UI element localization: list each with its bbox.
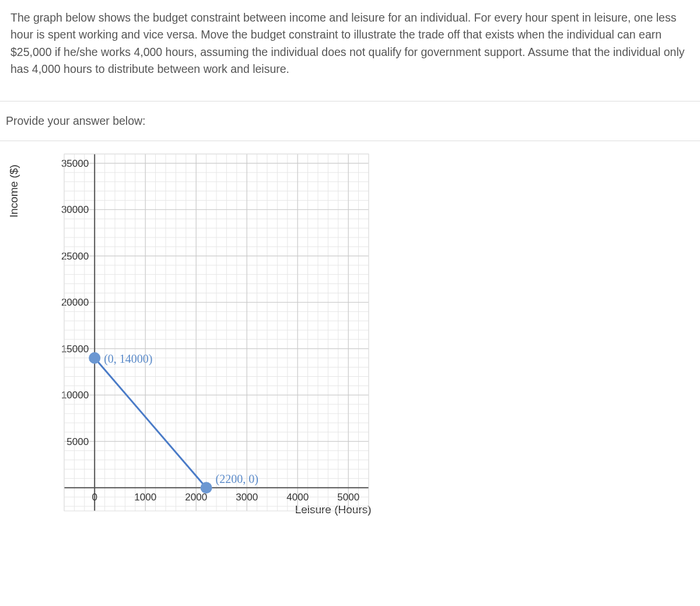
y-tick: 10000 xyxy=(61,390,89,401)
question-text: The graph below shows the budget constra… xyxy=(0,0,700,101)
y-tick: 25000 xyxy=(61,251,89,262)
point-label: (0, 14000) xyxy=(104,352,152,366)
point-label: (2200, 0) xyxy=(216,472,258,486)
y-tick: 35000 xyxy=(61,158,89,169)
x-axis-title: Leisure (Hours) xyxy=(295,503,372,516)
y-tick: 15000 xyxy=(61,344,89,355)
chart-area[interactable]: 0100020003000400050005000100001500020000… xyxy=(0,141,700,546)
budget-constraint-endpoint[interactable] xyxy=(89,352,100,364)
x-tick: 2000 xyxy=(185,492,207,503)
answer-prompt: Provide your answer below: xyxy=(0,101,700,141)
x-tick: 0 xyxy=(92,492,97,503)
x-tick: 3000 xyxy=(236,492,258,503)
y-tick: 5000 xyxy=(66,436,89,447)
x-tick: 5000 xyxy=(337,492,359,503)
y-tick: 20000 xyxy=(61,297,89,308)
y-tick: 30000 xyxy=(61,204,89,215)
budget-constraint-endpoint[interactable] xyxy=(201,482,212,493)
y-axis-title: Income ($) xyxy=(8,164,20,218)
x-tick: 1000 xyxy=(134,492,156,503)
x-tick: 4000 xyxy=(286,492,309,503)
